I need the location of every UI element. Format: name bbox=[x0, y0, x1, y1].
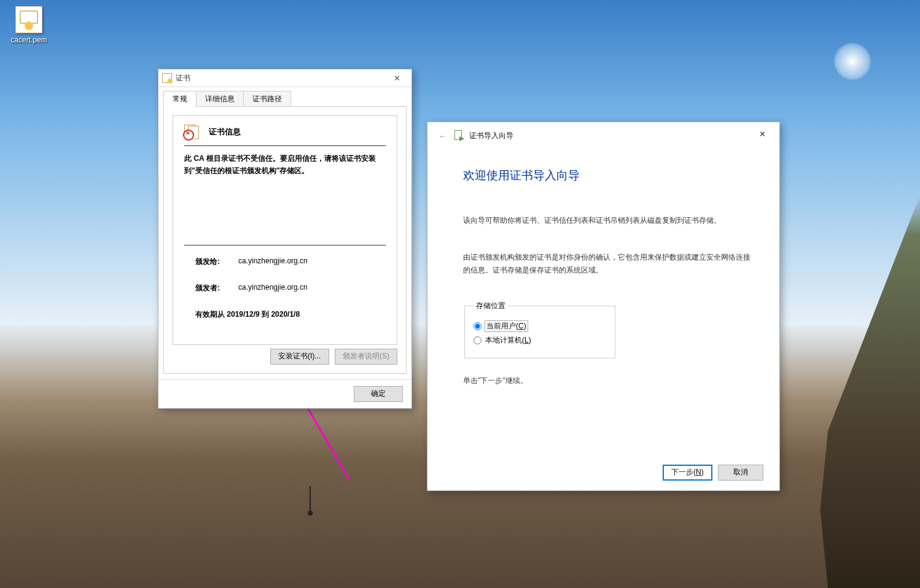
ok-button[interactable]: 确定 bbox=[354, 386, 403, 402]
certificate-icon bbox=[162, 73, 172, 83]
issuer-label: 颁发者: bbox=[195, 283, 238, 293]
sun-glow bbox=[834, 43, 871, 80]
radio-current-user-label[interactable]: 当前用户(C) bbox=[485, 321, 528, 331]
validity-text: 有效期从 2019/12/9 到 2020/1/8 bbox=[195, 309, 300, 320]
radio-current-user[interactable] bbox=[474, 322, 481, 330]
divider bbox=[184, 245, 386, 246]
issuer-statement-button: 颁发者说明(S) bbox=[335, 349, 397, 365]
cliff-graphic bbox=[766, 195, 920, 588]
cancel-button[interactable]: 取消 bbox=[718, 465, 763, 481]
back-arrow-icon[interactable]: ← bbox=[436, 130, 448, 142]
radio-local-machine[interactable] bbox=[474, 336, 481, 344]
install-certificate-button[interactable]: 安装证书(I)... bbox=[270, 349, 329, 365]
tab-path[interactable]: 证书路径 bbox=[243, 91, 291, 107]
close-icon[interactable]: ✕ bbox=[751, 127, 773, 141]
wizard-para1: 该向导可帮助你将证书、证书信任列表和证书吊销列表从磁盘复制到证书存储。 bbox=[463, 214, 755, 226]
desktop-icon-label: cacert.pem bbox=[6, 36, 52, 44]
store-location-fieldset: 存储位置 当前用户(C) 本地计算机(L) bbox=[464, 301, 615, 358]
buttons-row: 安装证书(I)... 颁发者说明(S) bbox=[173, 349, 397, 365]
next-button[interactable]: 下一步(N) bbox=[663, 465, 712, 481]
titlebar[interactable]: 证书 ✕ bbox=[158, 69, 411, 87]
cert-info-header: 证书信息 bbox=[184, 125, 386, 139]
person-reflection-graphic bbox=[301, 473, 319, 516]
desktop-icon-cacert[interactable]: cacert.pem bbox=[6, 6, 52, 44]
store-location-legend: 存储位置 bbox=[474, 301, 508, 311]
tab-details[interactable]: 详细信息 bbox=[196, 91, 244, 107]
cert-trust-warning: 此 CA 根目录证书不受信任。要启用信任，请将该证书安装到"受信任的根证书颁发机… bbox=[184, 152, 386, 177]
close-icon[interactable]: ✕ bbox=[386, 71, 408, 85]
certificate-dialog: 证书 ✕ 常规 详细信息 证书路径 证书信息 此 CA 根目录证书不受信任。要启… bbox=[158, 69, 412, 409]
wizard-para2: 由证书颁发机构颁发的证书是对你身份的确认，它包含用来保护数据或建立安全网络连接的… bbox=[463, 251, 755, 276]
wizard-header: ← 证书导入向导 bbox=[427, 122, 779, 149]
issued-to-value: ca.yinzhengjie.org.cn bbox=[238, 257, 308, 267]
certificate-file-icon bbox=[15, 6, 42, 33]
issuer-value: ca.yinzhengjie.org.cn bbox=[238, 283, 308, 293]
footer-bar: 确定 bbox=[158, 379, 411, 408]
wizard-footer: 下一步(N) 取消 bbox=[427, 455, 779, 490]
cert-info-box: 证书信息 此 CA 根目录证书不受信任。要启用信任，请将该证书安装到"受信任的根… bbox=[173, 115, 397, 345]
wizard-heading: 欢迎使用证书导入向导 bbox=[463, 168, 755, 184]
tab-general[interactable]: 常规 bbox=[163, 91, 197, 107]
cert-fields: 颁发给: ca.yinzhengjie.org.cn 颁发者: ca.yinzh… bbox=[195, 257, 375, 320]
radio-local-machine-label[interactable]: 本地计算机(L) bbox=[485, 335, 531, 346]
divider bbox=[184, 145, 386, 146]
tab-body: 证书信息 此 CA 根目录证书不受信任。要启用信任，请将该证书安装到"受信任的根… bbox=[163, 106, 407, 374]
tabs: 常规 详细信息 证书路径 bbox=[158, 87, 411, 107]
wizard-continue-text: 单击"下一步"继续。 bbox=[463, 374, 755, 387]
wizard-body: 欢迎使用证书导入向导 该向导可帮助你将证书、证书信任列表和证书吊销列表从磁盘复制… bbox=[427, 149, 779, 455]
cert-info-title: 证书信息 bbox=[209, 126, 241, 137]
cert-info-icon bbox=[184, 125, 203, 139]
certificate-import-wizard: ✕ ← 证书导入向导 欢迎使用证书导入向导 该向导可帮助你将证书、证书信任列表和… bbox=[427, 122, 780, 491]
wizard-icon bbox=[453, 130, 464, 141]
window-title: 证书 bbox=[176, 73, 386, 83]
wizard-window-title: 证书导入向导 bbox=[469, 131, 513, 141]
issued-to-label: 颁发给: bbox=[195, 257, 238, 267]
